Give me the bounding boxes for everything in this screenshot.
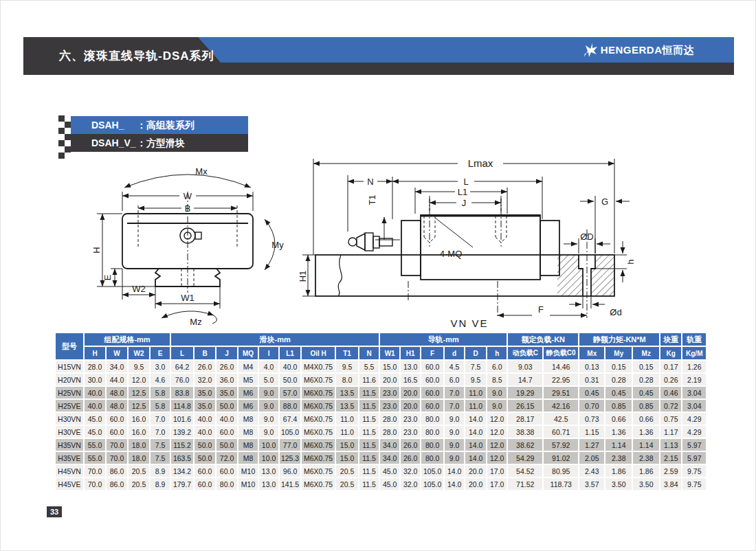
value-cell: 23.0 <box>401 426 420 438</box>
value-cell: 0.85 <box>605 400 632 412</box>
value-cell: M8 <box>238 426 258 438</box>
value-cell: 34.0 <box>380 452 399 464</box>
value-cell: M6X0.75 <box>302 374 335 385</box>
value-cell: 114.8 <box>171 400 193 412</box>
value-cell: 105.0 <box>421 478 443 490</box>
column-header: 静负载C0 <box>544 347 578 359</box>
column-header: D <box>465 347 486 359</box>
model-cell: H45VE <box>56 478 83 490</box>
column-header: Kg <box>660 347 681 359</box>
value-cell: 50.0 <box>216 400 237 412</box>
value-cell: M6X0.75 <box>302 413 335 425</box>
dim-label-h: H <box>91 247 102 253</box>
value-cell: 0.15 <box>605 361 632 372</box>
value-cell: 55.0 <box>85 439 105 451</box>
value-cell: 20.0 <box>465 478 486 490</box>
model-cell: H25VE <box>56 400 83 412</box>
value-cell: 70.0 <box>85 478 105 490</box>
value-cell: 0.31 <box>579 374 604 385</box>
value-cell: 40.0 <box>280 361 300 372</box>
value-cell: 115.2 <box>171 439 193 451</box>
value-cell: 13.5 <box>336 400 358 412</box>
value-cell: 5.97 <box>682 439 706 451</box>
value-cell: 32.0 <box>194 374 215 385</box>
value-cell: 9.75 <box>682 478 706 490</box>
value-cell: 1.14 <box>605 439 632 451</box>
catalog-page: 六、滚珠直线导轨-DSA系列 HENGERDA恒而达 DSAH_：高组装系列 D… <box>0 0 756 551</box>
value-cell: 11.5 <box>359 478 379 490</box>
column-header: T1 <box>336 347 358 359</box>
dim-label-j: J <box>462 198 467 208</box>
value-cell: 26.0 <box>194 361 215 372</box>
value-cell: 12.0 <box>487 452 507 464</box>
value-cell: 4.29 <box>682 413 706 425</box>
value-cell: 60.0 <box>216 426 237 438</box>
value-cell: 11.5 <box>359 452 379 464</box>
value-cell: 28.0 <box>85 361 105 372</box>
value-cell: 9.0 <box>445 439 464 451</box>
value-cell: 0.75 <box>660 413 681 425</box>
value-cell: 2.38 <box>605 452 632 464</box>
value-cell: 163.5 <box>171 452 193 464</box>
column-header: B <box>194 347 215 359</box>
value-cell: 1.27 <box>579 439 604 451</box>
value-cell: 8.5 <box>487 374 507 385</box>
value-cell: 20.5 <box>336 465 358 477</box>
value-cell: 40.0 <box>194 426 215 438</box>
table-row: H35VE55.070.018.07.5163.550.072.0M810.01… <box>56 452 706 464</box>
value-cell: 17.0 <box>487 478 507 490</box>
table-row: H20VN30.044.012.04.676.032.036.0M55.050.… <box>56 374 706 385</box>
value-cell: 11.6 <box>359 374 379 385</box>
dim-label-4mq: 4-MQ <box>440 249 463 259</box>
value-cell: 0.45 <box>633 387 659 398</box>
value-cell: 76.0 <box>171 374 193 385</box>
dim-label-mx: Mx <box>195 166 208 177</box>
value-cell: 60.0 <box>107 426 127 438</box>
hatch-right <box>595 255 614 296</box>
value-cell: 42.5 <box>544 413 578 425</box>
value-cell: 60.0 <box>421 400 443 412</box>
value-cell: 28.0 <box>380 426 399 438</box>
value-cell: 3.50 <box>633 478 659 490</box>
series-sep: ： <box>137 137 146 148</box>
value-cell: 60.71 <box>544 426 578 438</box>
value-cell: 57.92 <box>544 439 578 451</box>
value-cell: 45.0 <box>380 478 399 490</box>
dim-label-mz: Mz <box>190 317 201 327</box>
value-cell: 42.16 <box>544 400 578 412</box>
value-cell: 3.50 <box>605 478 632 490</box>
value-cell: 12.5 <box>129 387 149 398</box>
model-cell: H15VN <box>56 361 83 372</box>
value-cell: 16.0 <box>129 426 149 438</box>
value-cell: 9.03 <box>508 361 542 372</box>
value-cell: 20.5 <box>129 478 149 490</box>
table-row: H15VN28.034.09.53.064.226.026.0M44.040.0… <box>56 361 706 372</box>
value-cell: 28.17 <box>508 413 542 425</box>
value-cell: 88.0 <box>280 400 300 412</box>
value-cell: 77.0 <box>280 439 300 451</box>
value-cell: 55.0 <box>85 452 105 464</box>
value-cell: 67.4 <box>280 413 300 425</box>
spec-table-body: H15VN28.034.09.53.064.226.026.0M44.040.0… <box>56 361 706 490</box>
column-header: MQ <box>238 347 258 359</box>
value-cell: 17.0 <box>487 465 507 477</box>
value-cell: 9.0 <box>259 413 278 425</box>
value-cell: 40.0 <box>85 400 105 412</box>
value-cell: 45.0 <box>85 413 105 425</box>
value-cell: M8 <box>238 452 258 464</box>
hatch-left <box>557 255 579 296</box>
dim-label-od-big: ØD <box>580 232 594 242</box>
value-cell: 40.0 <box>85 387 105 398</box>
value-cell: 22.95 <box>544 374 578 385</box>
column-header: 动负载C <box>508 347 542 359</box>
column-header: Mz <box>633 347 659 359</box>
hengerda-logo-icon <box>583 43 598 58</box>
value-cell: 60.0 <box>107 413 127 425</box>
checker-decoration <box>58 115 71 159</box>
table-row: H30VE45.060.016.07.0139.240.060.0M89.010… <box>56 426 706 438</box>
value-cell: 7.5 <box>151 439 170 451</box>
value-cell: 86.0 <box>107 465 127 477</box>
model-cell: H25VN <box>56 387 83 398</box>
value-cell: 2.59 <box>660 465 681 477</box>
value-cell: 32.0 <box>401 478 420 490</box>
